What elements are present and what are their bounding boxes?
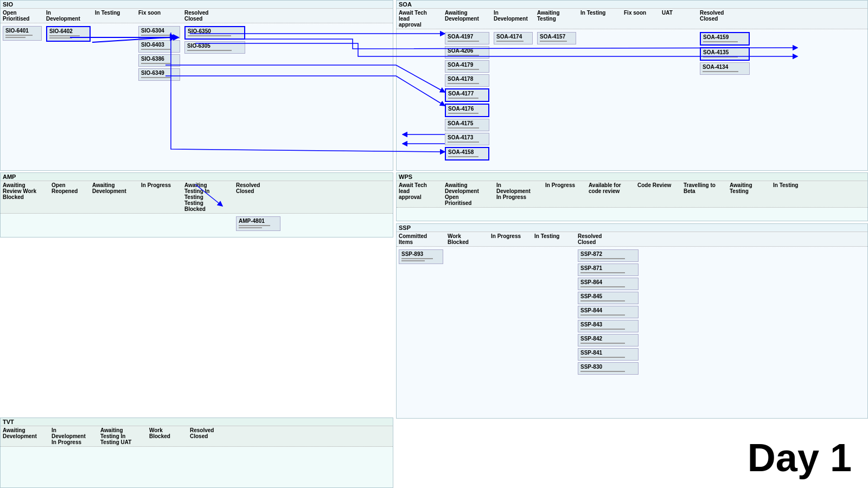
wps-col-awaittl: Await Techleadapproval: [397, 182, 443, 207]
sio-6402[interactable]: SIO-6402: [46, 26, 91, 42]
soa-col-uat: UAT: [660, 9, 698, 28]
sio-6350[interactable]: SIO-6350: [184, 26, 245, 40]
soa-body-uat: [660, 31, 698, 169]
sio-title: SIO: [1, 1, 393, 9]
soa-body-awaitdev: SOA-4197 SOA-4206 SOA-4179 SOA-4178 SOA-…: [443, 31, 492, 169]
ssp-section: SSP CommittedItems WorkBlocked In Progre…: [396, 223, 868, 419]
soa-body-intesting: [578, 31, 622, 169]
wps-col-availcr: Available forcode review: [586, 182, 635, 207]
soa-body-awaitTest: SOA-4157: [535, 31, 578, 169]
soa-col-resolved: ResolvedClosed: [698, 9, 752, 28]
soa-4159[interactable]: SOA-4159: [700, 32, 750, 46]
soa-4177[interactable]: SOA-4177: [445, 88, 489, 102]
ssp-body-intesting: [532, 248, 576, 377]
soa-4158[interactable]: SOA-4158: [445, 147, 489, 160]
amp-section: AMP AwaitingReview WorkBlocked OpenReope…: [0, 172, 393, 237]
ssp-844[interactable]: SSP-844: [578, 306, 639, 318]
ssp-col-resolved: ResolvedClosed: [576, 233, 641, 246]
ssp-body-inprogress: [489, 248, 532, 377]
soa-col-awaittl: Await Techleadapproval: [397, 9, 443, 28]
sio-section: SIO OpenPrioritised InDevelopment In Tes…: [0, 0, 393, 171]
amp-body-resolved: AMP-4801: [234, 215, 283, 234]
soa-body-indev: SOA-4174: [492, 31, 535, 169]
amp-col-awaitdev: AwaitingDevelopment: [90, 182, 139, 213]
tvt-col-awaittesting: AwaitingTesting InTesting UAT: [98, 427, 147, 446]
soa-4135[interactable]: SOA-4135: [700, 47, 750, 61]
wps-col-intesting: In Testing: [771, 182, 814, 207]
sio-6304[interactable]: SIO-6304: [138, 26, 180, 38]
amp-col-inprogress: In Progress: [139, 182, 182, 213]
tvt-col-workblocked: WorkBlocked: [147, 427, 188, 446]
soa-4173[interactable]: SOA-4173: [445, 133, 489, 145]
tvt-section: TVT AwaitingDevelopment InDevelopmentIn …: [0, 418, 393, 488]
ssp-843[interactable]: SSP-843: [578, 320, 639, 332]
soa-section: SOA Await Techleadapproval AwaitingDevel…: [396, 0, 868, 171]
day-label: Day 1: [748, 435, 852, 480]
soa-col-indev: InDevelopment: [492, 9, 535, 28]
sio-body-open: SIO-6401: [1, 25, 44, 163]
wps-section: WPS Await Techleadapproval AwaitingDevel…: [396, 172, 868, 221]
wps-col-indev: InDevelopmentIn Progress: [494, 182, 543, 207]
amp-col-awaittesting: AwaitingTesting InTestingTestingBlocked: [182, 182, 234, 213]
ssp-842[interactable]: SSP-842: [578, 334, 639, 346]
amp-col-resolved: ResolvedClosed: [234, 182, 283, 213]
ssp-864[interactable]: SSP-864: [578, 278, 639, 290]
soa-4157[interactable]: SOA-4157: [537, 32, 576, 44]
sio-col-fixsoon: Fix soon: [136, 9, 182, 22]
ssp-841[interactable]: SSP-841: [578, 348, 639, 361]
wps-col-travelling: Travelling toBeta: [681, 182, 727, 207]
sio-col-dev: InDevelopment: [44, 9, 93, 22]
sio-6305[interactable]: SIO-6305: [184, 41, 245, 54]
soa-4175[interactable]: SOA-4175: [445, 119, 489, 131]
ssp-845[interactable]: SSP-845: [578, 292, 639, 304]
tvt-col-awaitdev: AwaitingDevelopment: [1, 427, 49, 446]
soa-4174[interactable]: SOA-4174: [494, 32, 533, 44]
sio-col-testing: In Testing: [93, 9, 136, 22]
ssp-col-committed: CommittedItems: [397, 233, 445, 246]
soa-4179[interactable]: SOA-4179: [445, 60, 489, 73]
sio-col-resolved: ResolvedClosed: [182, 9, 247, 22]
wps-title: WPS: [397, 173, 867, 181]
amp-4801[interactable]: AMP-4801: [236, 216, 280, 231]
sio-body-dev: SIO-6402: [44, 25, 93, 163]
soa-body-resolved: SOA-4159 SOA-4135 SOA-4134: [698, 31, 752, 169]
soa-body-awaittl: [397, 31, 443, 169]
sio-6349[interactable]: SIO-6349: [138, 68, 180, 81]
sio-6403[interactable]: SIO-6403: [138, 40, 180, 53]
soa-4178[interactable]: SOA-4178: [445, 74, 489, 87]
tvt-title: TVT: [1, 418, 393, 426]
ssp-col-workblocked: WorkBlocked: [445, 233, 489, 246]
ssp-830[interactable]: SSP-830: [578, 362, 639, 375]
ssp-872[interactable]: SSP-872: [578, 249, 639, 262]
ssp-col-intesting: In Testing: [532, 233, 576, 246]
ssp-title: SSP: [397, 224, 867, 232]
soa-col-fixsoon: Fix soon: [622, 9, 660, 28]
soa-4176[interactable]: SOA-4176: [445, 104, 489, 117]
sio-body-testing: [93, 25, 136, 163]
amp-col-awaitreview: AwaitingReview WorkBlocked: [1, 182, 49, 213]
wps-col-awaitdev: AwaitingDevelopmentOpenPrioritised: [443, 182, 494, 207]
tvt-col-indev: InDevelopmentIn Progress: [49, 427, 98, 446]
sio-6386[interactable]: SIO-6386: [138, 54, 180, 67]
amp-col-open: OpenReopened: [49, 182, 90, 213]
soa-col-intesting: In Testing: [578, 9, 622, 28]
wps-col-inprogress: In Progress: [543, 182, 586, 207]
sio-body-fixsoon: SIO-6304 SIO-6403 SIO-6386 SIO-6349: [136, 25, 182, 163]
ssp-871[interactable]: SSP-871: [578, 264, 639, 276]
soa-4206[interactable]: SOA-4206: [445, 46, 489, 59]
soa-col-awaitdev: AwaitingDevelopment: [443, 9, 492, 28]
soa-body-fixsoon: [622, 31, 660, 169]
soa-4134[interactable]: SOA-4134: [700, 62, 750, 75]
ssp-body-workblocked: [445, 248, 489, 377]
soa-4197[interactable]: SOA-4197: [445, 32, 489, 44]
amp-title: AMP: [1, 173, 393, 181]
wps-col-awaittesting: AwaitingTesting: [727, 182, 771, 207]
ssp-body-committed: SSP-893: [397, 248, 445, 377]
tvt-col-resolved: ResolvedClosed: [188, 427, 237, 446]
wps-col-cr: Code Review: [635, 182, 681, 207]
sio-col-open: OpenPrioritised: [1, 9, 44, 22]
sio-body-resolved: SIO-6350 SIO-6305: [182, 25, 247, 163]
sio-6401[interactable]: SIO-6401: [3, 26, 42, 41]
ssp-893[interactable]: SSP-893: [399, 249, 443, 264]
ssp-col-inprogress: In Progress: [489, 233, 532, 246]
